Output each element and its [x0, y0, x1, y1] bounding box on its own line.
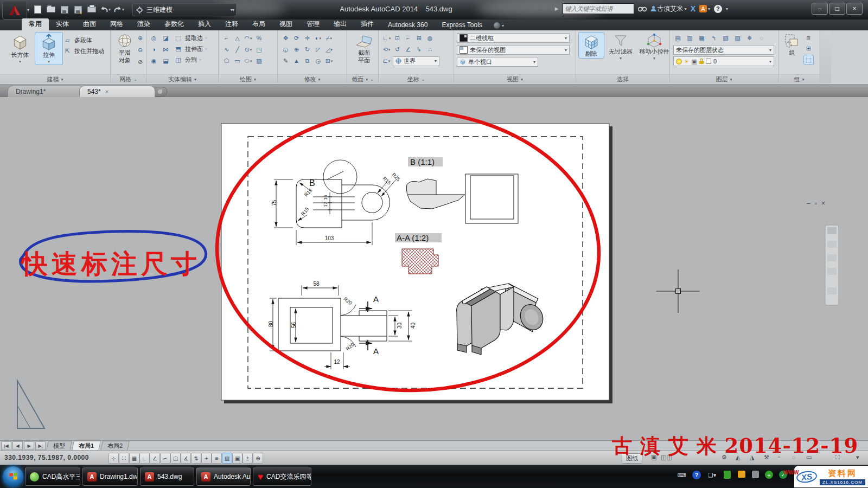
- plot-button[interactable]: [86, 4, 98, 15]
- drawing-canvas[interactable]: 75 103 16 17 R16 R15 R15 R25 58 80 56 30…: [0, 97, 868, 440]
- transparency-toggle[interactable]: ▨: [222, 453, 232, 464]
- slice-icon[interactable]: ◪: [161, 34, 170, 42]
- offset-icon[interactable]: ⧉: [303, 57, 312, 66]
- autodesk360-button[interactable]: A ▾: [699, 5, 710, 12]
- ribbon-overflow-strip[interactable]: [820, 30, 831, 84]
- layer-off-icon[interactable]: ◌: [757, 34, 766, 43]
- doc-restore-icon[interactable]: ▫: [815, 200, 817, 207]
- arc-icon[interactable]: ◠: [244, 34, 253, 43]
- panel-title-view[interactable]: 视图▾: [454, 74, 576, 84]
- line-icon[interactable]: ╱: [233, 46, 242, 54]
- prev-layout-button[interactable]: ◀: [12, 441, 23, 450]
- otrack-toggle[interactable]: ∡: [181, 453, 191, 464]
- ribbon-tab-home[interactable]: 常用: [22, 18, 49, 30]
- tray-im-icon[interactable]: [738, 471, 745, 478]
- layer-prev-icon[interactable]: ↰: [709, 34, 718, 43]
- extract-edges-button[interactable]: ⬚ 提取边 ▾: [174, 33, 207, 43]
- ucs-named-icon[interactable]: ⊡: [393, 34, 402, 43]
- tab-layout2[interactable]: 布局2: [100, 441, 130, 451]
- ribbon-tab-output[interactable]: 输出: [327, 18, 354, 30]
- polygon-icon[interactable]: ⬠: [222, 57, 231, 66]
- ucs-x-icon[interactable]: ⟲: [382, 46, 391, 54]
- panel-title-draw[interactable]: 绘图▾: [219, 74, 277, 84]
- ribbon-tab-view[interactable]: 视图: [272, 18, 299, 30]
- layer-properties-icon[interactable]: ▤: [673, 34, 682, 43]
- polyline-icon[interactable]: ⌐: [222, 34, 231, 43]
- chamfer-icon[interactable]: ◿: [324, 46, 334, 54]
- doc-minimize-icon[interactable]: –: [807, 200, 810, 207]
- ribbon-tab-surface[interactable]: 曲面: [76, 18, 103, 30]
- minimize-button[interactable]: –: [812, 3, 828, 15]
- ribbon-tab-solid[interactable]: 实体: [49, 18, 76, 30]
- subtract-icon[interactable]: ◑: [149, 45, 158, 54]
- ucs-zaxis-icon[interactable]: ↳: [414, 46, 424, 54]
- panel-title-modeling[interactable]: 建模▾: [0, 74, 110, 84]
- ducs-toggle[interactable]: ⇅: [191, 453, 201, 464]
- ribbon-tab-plugins[interactable]: 插件: [354, 18, 381, 30]
- search-input[interactable]: [563, 3, 634, 14]
- layer-vpfreeze-icon[interactable]: ▣: [691, 57, 697, 66]
- layer-unlock-icon[interactable]: [699, 61, 704, 64]
- taskbar-item-543[interactable]: 543.dwg: [140, 467, 194, 486]
- intersect-icon[interactable]: ◉: [149, 56, 158, 65]
- layer-isolate-icon[interactable]: ▧: [721, 34, 730, 43]
- spline-icon[interactable]: ∿: [222, 46, 231, 54]
- panel-title-coordinates[interactable]: 坐标⌄: [379, 74, 454, 84]
- panel-title-section[interactable]: 截面▾⌄: [347, 74, 378, 84]
- ribbon-options-caret-icon[interactable]: ▾: [502, 23, 504, 28]
- sphere-mod-icon[interactable]: ⊕: [292, 46, 301, 54]
- open-button[interactable]: [45, 4, 57, 15]
- ucs-view-icon[interactable]: ⊞: [414, 34, 424, 43]
- ungroup-icon[interactable]: ⧈: [803, 33, 814, 42]
- save-as-button[interactable]: [72, 4, 84, 15]
- circle-icon[interactable]: ⊙: [244, 46, 253, 54]
- ucs-icon[interactable]: ∟: [382, 34, 391, 43]
- separate-button[interactable]: ◫ 分割 ▾: [174, 54, 207, 65]
- signin-button[interactable]: 古滇艾米 ▾: [650, 4, 687, 14]
- rotate-icon[interactable]: ↻: [303, 46, 312, 54]
- group-select-toggle-icon[interactable]: ⬚: [803, 55, 814, 65]
- region-icon[interactable]: ◳: [254, 46, 264, 54]
- mesh-reduce-icon[interactable]: ⊖: [136, 46, 145, 54]
- ribbon-tab-mesh[interactable]: 网格: [103, 18, 130, 30]
- tray-keyboard-icon[interactable]: ⌨: [677, 471, 686, 479]
- ribbon-tab-manage[interactable]: 管理: [299, 18, 327, 30]
- quick-properties-toggle[interactable]: ▣: [232, 453, 242, 464]
- doc-close-icon[interactable]: ×: [821, 200, 825, 207]
- selection-cycling-toggle[interactable]: ±: [242, 453, 253, 464]
- tab-layout1[interactable]: 布局1: [72, 441, 101, 451]
- layer-combo[interactable]: ☀ ▣ 0 ▾: [673, 56, 774, 66]
- tray-show-windows-icon[interactable]: ❏▾: [707, 471, 717, 479]
- help-icon[interactable]: ?: [714, 5, 722, 13]
- snap-toggle[interactable]: ⸬: [119, 453, 129, 464]
- exchange-apps-icon[interactable]: X: [691, 4, 695, 13]
- ucs-z-icon[interactable]: ⌐: [404, 34, 413, 43]
- panel-title-solid-editing[interactable]: 实体编辑▾: [146, 74, 218, 84]
- next-layout-button[interactable]: ▶: [24, 441, 34, 450]
- mesh-refine-icon[interactable]: ⊕: [136, 34, 145, 42]
- workspace-switcher[interactable]: 三维建模 ▾: [132, 3, 237, 16]
- close-button[interactable]: ×: [846, 3, 863, 15]
- layer-state-combo[interactable]: 未保存的图层状态 ▾: [673, 45, 774, 55]
- group-button[interactable]: 组: [781, 32, 803, 57]
- annotation-monitor-toggle[interactable]: ⊕: [253, 453, 263, 464]
- polysolid-button[interactable]: ▱ 多段体: [63, 35, 104, 46]
- tray-help-icon[interactable]: ?: [692, 471, 701, 479]
- panel-title-mesh[interactable]: 网格⌄: [111, 74, 146, 84]
- app-menu-button[interactable]: [2, 1, 27, 20]
- connect-icon[interactable]: [494, 22, 500, 29]
- visual-style-combo[interactable]: 二维线框 ▾: [457, 33, 570, 43]
- tray-usb-icon[interactable]: [724, 471, 731, 479]
- panel-title-selection[interactable]: 选择: [576, 74, 669, 84]
- lineweight-toggle[interactable]: ≡: [212, 453, 222, 464]
- panel-title-group[interactable]: 组▾: [778, 74, 820, 84]
- ribbon-tab-render[interactable]: 渲染: [130, 18, 157, 30]
- taskbar-item-chat[interactable]: ♥ CAD交流乐园等2...: [253, 467, 311, 486]
- file-tab-drawing1[interactable]: Drawing1*: [8, 86, 85, 97]
- ellipse-icon[interactable]: ⬭: [244, 57, 253, 66]
- tab-model[interactable]: 模型: [46, 441, 72, 451]
- explode-icon[interactable]: ▲: [292, 57, 301, 66]
- ucs-combo[interactable]: 世界 ▾: [393, 56, 439, 66]
- filter-button[interactable]: 无过滤器 ▾: [603, 32, 638, 62]
- undo-button[interactable]: ▾: [99, 4, 111, 15]
